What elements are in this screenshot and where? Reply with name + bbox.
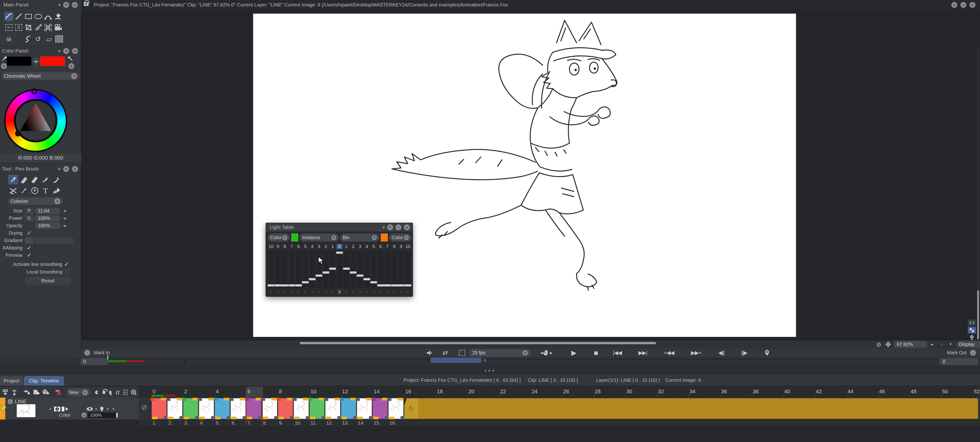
brush-mode-dropdown[interactable]: Colorize ▾ bbox=[8, 197, 63, 205]
airbrush-tool[interactable] bbox=[40, 175, 51, 184]
frame-cell[interactable] bbox=[183, 398, 198, 419]
panel-close-icon[interactable]: × bbox=[404, 224, 410, 230]
go-to-end-button[interactable]: ▶▶| bbox=[638, 350, 647, 356]
layer-row[interactable]: − LINE Color − 100% bbox=[0, 398, 139, 420]
frame-cell[interactable] bbox=[262, 398, 277, 419]
opacity-slider-handle[interactable] bbox=[116, 413, 118, 418]
lt-opacity-slider[interactable] bbox=[364, 250, 369, 288]
lt-bin-dropdown[interactable]: Bin▾ bbox=[340, 233, 379, 242]
watercolor-tool[interactable] bbox=[30, 186, 40, 195]
bookmark-pin-icon[interactable] bbox=[765, 350, 770, 356]
layer-visibility-icon[interactable] bbox=[87, 407, 93, 411]
scrub-hand-icon[interactable]: ◂ ▸ bbox=[540, 350, 552, 356]
lt-opacity-slider[interactable] bbox=[385, 250, 390, 288]
lt-opacity-slider[interactable] bbox=[392, 250, 397, 288]
visibility-eye-icon[interactable] bbox=[95, 391, 99, 394]
panel-dot-icon[interactable] bbox=[58, 4, 60, 6]
transform-tool[interactable] bbox=[43, 23, 52, 32]
lt-left-swatch[interactable] bbox=[291, 233, 298, 242]
lt-opacity-slider[interactable] bbox=[337, 250, 342, 288]
ink-tool[interactable] bbox=[51, 175, 61, 184]
webcam-button[interactable] bbox=[968, 334, 976, 341]
layer-tag-icon[interactable] bbox=[0, 404, 7, 412]
light-table-header[interactable]: Light Table ▾ − × bbox=[266, 223, 413, 231]
frame-cell[interactable] bbox=[294, 398, 309, 419]
fps-dropdown[interactable]: 25 fps▾ bbox=[469, 349, 531, 357]
lt-dot-marker[interactable] bbox=[373, 291, 374, 292]
lt-slider-handle[interactable] bbox=[302, 281, 309, 284]
lt-opacity-slider[interactable] bbox=[398, 250, 404, 288]
add-layer-icon[interactable] bbox=[23, 389, 30, 396]
lightbulb-icon[interactable] bbox=[109, 391, 111, 394]
vertical-scrollbar[interactable] bbox=[977, 48, 979, 341]
prev-instance-button[interactable]: +◀◀ bbox=[664, 350, 674, 356]
instance-display-icon[interactable] bbox=[54, 407, 60, 412]
panel-dot-icon[interactable] bbox=[58, 168, 60, 170]
window-minimize-icon[interactable]: − bbox=[960, 2, 966, 8]
window-collapse-icon[interactable]: ▾ bbox=[951, 2, 957, 8]
frame-cell[interactable] bbox=[167, 398, 182, 419]
hue-selector[interactable] bbox=[31, 89, 37, 94]
layer-lighttable-icon[interactable] bbox=[100, 407, 103, 410]
lt-slider-handle[interactable] bbox=[282, 284, 288, 287]
power-stepper[interactable]: ◂▸ bbox=[63, 216, 66, 221]
zoom-input[interactable]: 67.82% bbox=[894, 341, 928, 348]
lt-opacity-slider[interactable] bbox=[344, 250, 349, 288]
lt-dot-marker[interactable] bbox=[312, 291, 313, 292]
lock-icon[interactable] bbox=[84, 2, 89, 6]
opacity-input[interactable]: 100% bbox=[35, 222, 60, 229]
lt-slider-handle[interactable] bbox=[316, 274, 322, 277]
drying-checkbox[interactable]: ✓ bbox=[27, 230, 32, 236]
mark-in-input[interactable]: 0 bbox=[80, 358, 108, 365]
frame-cell[interactable] bbox=[357, 398, 372, 419]
cut-selection-tool[interactable]: ✂ bbox=[4, 23, 13, 32]
lt-slider-handle[interactable] bbox=[323, 271, 329, 274]
frame-cell[interactable] bbox=[388, 398, 403, 419]
zoom-out-button[interactable]: - bbox=[941, 341, 942, 347]
collapse-all-layers-icon[interactable] bbox=[2, 389, 9, 396]
lt-right-swatch[interactable] bbox=[381, 233, 388, 242]
size-stepper[interactable]: ◂▸ bbox=[63, 208, 66, 213]
selection-dot-icon[interactable] bbox=[124, 390, 127, 395]
alpha-pattern-tool[interactable] bbox=[54, 35, 64, 43]
frame-cell[interactable] bbox=[247, 398, 261, 419]
layer-opacity-slider[interactable]: 100% bbox=[88, 412, 118, 418]
rotate-view-icon[interactable]: ⊘ bbox=[876, 341, 881, 349]
pan-view-icon[interactable] bbox=[885, 341, 891, 347]
lt-instance-dropdown[interactable]: Instance▾ bbox=[300, 233, 339, 242]
eyedropper-right-icon[interactable] bbox=[67, 56, 73, 63]
spline-tool[interactable] bbox=[43, 12, 52, 21]
panel-close-icon[interactable]: × bbox=[72, 166, 78, 172]
lt-slider-handle[interactable] bbox=[295, 284, 302, 287]
lt-opacity-slider[interactable] bbox=[275, 250, 281, 288]
tab-clip-timeline[interactable]: Clip: Timeline bbox=[24, 376, 64, 386]
lt-slider-handle[interactable] bbox=[275, 284, 282, 287]
panel-dot-icon[interactable] bbox=[383, 226, 385, 228]
pen-brush-tool[interactable] bbox=[8, 175, 18, 184]
lt-slider-handle[interactable] bbox=[343, 268, 350, 270]
loop-icon[interactable]: ⇄ bbox=[442, 349, 448, 356]
mark-in-menu-icon[interactable]: ↓ bbox=[84, 350, 90, 356]
lt-dot-marker[interactable] bbox=[387, 291, 388, 292]
lt-dot-marker[interactable] bbox=[305, 291, 306, 292]
gradient-bar[interactable] bbox=[35, 237, 73, 244]
panel-minimize-icon[interactable]: − bbox=[396, 224, 401, 230]
chalk-tool[interactable] bbox=[30, 175, 40, 184]
exposure-extension-band[interactable] bbox=[418, 398, 978, 419]
layer-blend-mode[interactable]: Color bbox=[59, 412, 71, 418]
lt-opacity-slider[interactable] bbox=[310, 250, 315, 288]
panel-collapse-icon[interactable]: ▾ bbox=[63, 166, 69, 172]
horizontal-scroll-thumb[interactable] bbox=[300, 342, 656, 344]
mark-out-input[interactable]: 0 bbox=[940, 358, 978, 365]
view-range-bar[interactable] bbox=[431, 358, 481, 363]
lt-dot-marker[interactable] bbox=[284, 291, 285, 292]
size-pressure-badge[interactable]: P bbox=[25, 208, 33, 214]
vertical-scroll-thumb[interactable] bbox=[977, 290, 979, 339]
panel-collapse-icon[interactable]: ▾ bbox=[387, 224, 393, 230]
lt-slider-handle[interactable] bbox=[384, 284, 391, 287]
gradient-swatch[interactable] bbox=[25, 237, 33, 244]
fish-skeleton-tool[interactable] bbox=[34, 23, 43, 32]
stop-button[interactable]: ■ bbox=[594, 349, 598, 357]
ellipse-tool[interactable] bbox=[34, 12, 43, 21]
lt-slider-handle[interactable] bbox=[363, 278, 370, 280]
